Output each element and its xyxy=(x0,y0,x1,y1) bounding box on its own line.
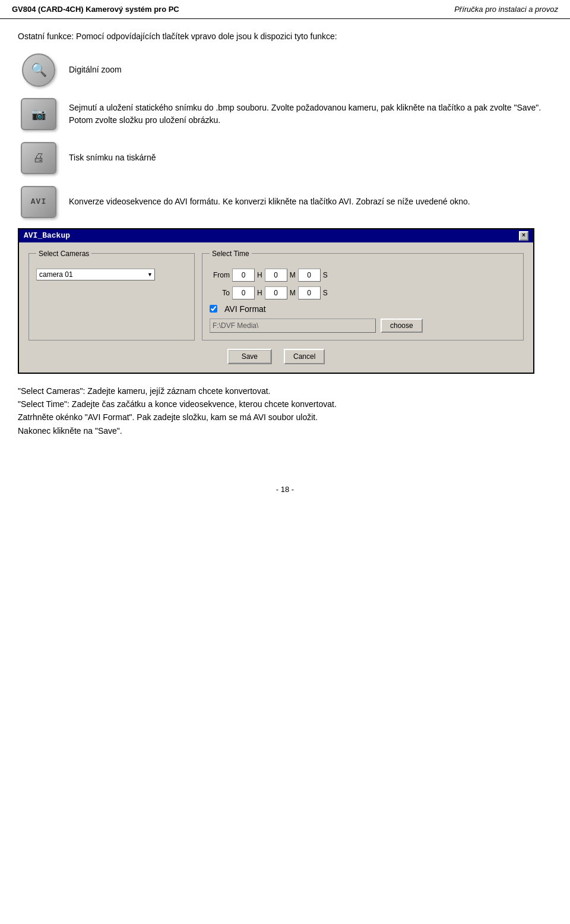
footer-text: - 18 - xyxy=(276,485,294,494)
avi-format-checkbox[interactable] xyxy=(210,305,217,313)
digital-zoom-icon: 🔍 xyxy=(22,53,55,87)
bottom-notes: "Select Cameras": Zadejte kameru, jejíž … xyxy=(18,384,552,438)
dialog-buttons: Save Cancel xyxy=(28,349,524,364)
note-3: Zatrhněte okénko "AVI Format". Pak zadej… xyxy=(18,411,552,424)
from-label: From xyxy=(210,271,230,279)
dialog-title: AVI_Backup xyxy=(24,231,70,240)
header-left: GV804 (CARD-4CH) Kamerový systém pro PC xyxy=(12,5,179,14)
avi-format-label: AVI Format xyxy=(224,304,266,314)
to-s-input[interactable] xyxy=(298,286,321,299)
feature-print: 🖨 Tisk snímku na tiskárně xyxy=(18,140,552,176)
from-h-label: H xyxy=(257,271,262,279)
from-s-input[interactable] xyxy=(298,269,321,282)
dialog-titlebar: AVI_Backup × xyxy=(19,229,533,242)
from-m-input[interactable] xyxy=(265,269,287,282)
time-grid: From H M S To H xyxy=(210,269,516,333)
time-to-row: To H M S xyxy=(210,286,516,299)
path-input[interactable] xyxy=(210,318,376,333)
avi-format-row: AVI Format xyxy=(210,304,516,314)
feature-snapshot: 📷 Sejmutí a uložení statického snímku do… xyxy=(18,96,552,132)
to-m-input[interactable] xyxy=(265,286,287,299)
from-m-label: M xyxy=(290,271,296,279)
feature-avi: AVI Konverze videosekvence do AVI formát… xyxy=(18,184,552,220)
from-s-label: S xyxy=(323,271,328,279)
dialog-body: Select Cameras camera 01 camera 02 camer… xyxy=(19,242,533,373)
header-right: Příručka pro instalaci a provoz xyxy=(454,5,558,14)
to-s-label: S xyxy=(323,289,328,297)
avi-backup-dialog: AVI_Backup × Select Cameras camera 01 ca… xyxy=(18,228,534,374)
to-h-input[interactable] xyxy=(232,286,255,299)
select-cameras-panel: Select Cameras camera 01 camera 02 camer… xyxy=(28,250,195,340)
page-content: Ostatní funkce: Pomocí odpovídajících tl… xyxy=(0,19,570,449)
dialog-panels: Select Cameras camera 01 camera 02 camer… xyxy=(28,250,524,340)
digital-zoom-label: Digitální zoom xyxy=(69,64,122,76)
to-m-label: M xyxy=(290,289,296,297)
select-time-panel: Select Time From H M S xyxy=(202,250,524,340)
to-label: To xyxy=(210,289,230,297)
camera-select-row: camera 01 camera 02 camera 03 camera 04 xyxy=(36,269,187,280)
dialog-close-button[interactable]: × xyxy=(519,231,528,241)
print-icon-box: 🖨 xyxy=(18,140,59,176)
camera-select-wrapper[interactable]: camera 01 camera 02 camera 03 camera 04 xyxy=(36,269,155,280)
avi-icon: AVI xyxy=(21,186,56,218)
snapshot-icon-box: 📷 xyxy=(18,96,59,132)
intro-text: Ostatní funkce: Pomocí odpovídajících tl… xyxy=(18,31,552,43)
select-cameras-legend: Select Cameras xyxy=(36,250,91,258)
camera-select[interactable]: camera 01 camera 02 camera 03 camera 04 xyxy=(36,269,155,280)
from-h-input[interactable] xyxy=(232,269,255,282)
to-h-label: H xyxy=(257,289,262,297)
choose-button[interactable]: choose xyxy=(381,318,423,333)
note-1: "Select Cameras": Zadejte kameru, jejíž … xyxy=(18,384,552,398)
snapshot-icon: 📷 xyxy=(21,98,56,130)
digital-zoom-icon-box: 🔍 xyxy=(18,52,59,88)
snapshot-label: Sejmutí a uložení statického snímku do .… xyxy=(69,102,552,127)
select-time-legend: Select Time xyxy=(210,250,252,258)
feature-digital-zoom: 🔍 Digitální zoom xyxy=(18,52,552,88)
avi-icon-box: AVI xyxy=(18,184,59,220)
note-4: Nakonec klikněte na "Save". xyxy=(18,424,552,437)
path-row: choose xyxy=(210,318,516,333)
page-footer: - 18 - xyxy=(0,473,570,506)
note-2: "Select Time": Zadejte čas začátku a kon… xyxy=(18,398,552,411)
print-icon: 🖨 xyxy=(21,142,56,174)
page-header: GV804 (CARD-4CH) Kamerový systém pro PC … xyxy=(0,0,570,19)
time-from-row: From H M S xyxy=(210,269,516,282)
avi-label: Konverze videosekvence do AVI formátu. K… xyxy=(69,195,470,208)
print-label: Tisk snímku na tiskárně xyxy=(69,152,156,164)
cancel-button[interactable]: Cancel xyxy=(284,349,325,364)
save-button[interactable]: Save xyxy=(227,349,272,364)
